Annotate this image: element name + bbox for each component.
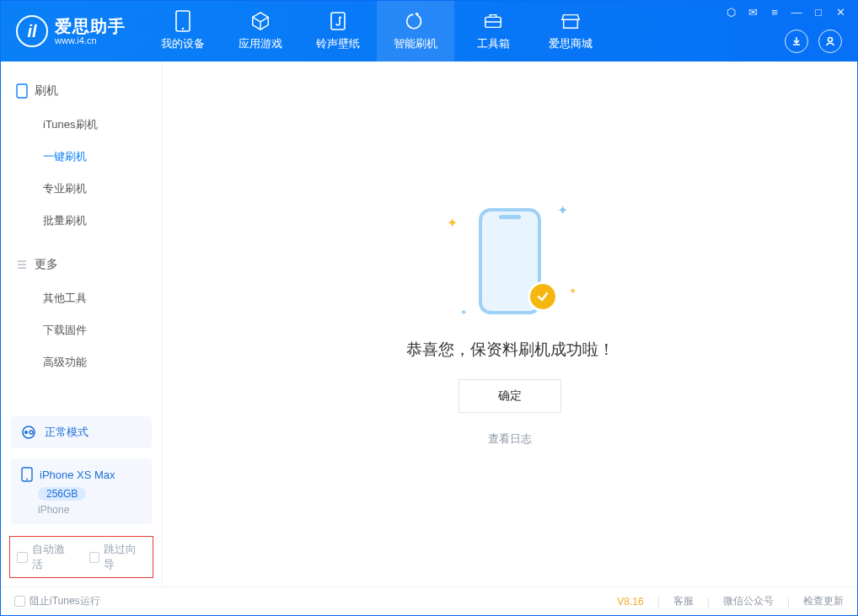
app-title: 爱思助手 [55,17,126,35]
app-window: il 爱思助手 www.i4.cn 我的设备 应用游戏 [0,0,858,616]
options-highlight: 自动激活 跳过向导 [9,536,153,578]
main-content: ✦ ✦ ✦ ✦ 恭喜您，保资料刷机成功啦！ 确定 查看日志 [163,62,857,587]
checkbox-icon [17,552,28,563]
ok-button[interactable]: 确定 [458,379,561,413]
footer-wechat-link[interactable]: 微信公众号 [723,594,774,608]
device-icon [21,467,33,482]
app-subtitle: www.i4.cn [55,35,126,46]
nav-ringtone[interactable]: 铃声壁纸 [299,1,377,62]
device-storage-badge: 256GB [38,487,86,501]
version-label: V8.16 [617,596,643,608]
sidebar-item-download-fw[interactable]: 下载固件 [1,314,162,346]
nav-my-device[interactable]: 我的设备 [144,1,222,62]
footer: 阻止iTunes运行 V8.16 | 客服 | 微信公众号 | 检查更新 [1,587,857,615]
success-message: 恭喜您，保资料刷机成功啦！ [406,339,614,361]
svg-point-11 [26,479,28,480]
window-controls: ⬡ ✉ ≡ — □ ✕ [724,6,847,19]
sparkle-icon: ✦ [460,308,467,317]
nav-store[interactable]: 爱思商城 [532,1,609,62]
sidebar-item-other-tools[interactable]: 其他工具 [1,282,162,314]
sidebar-item-oneclick-flash[interactable]: 一键刷机 [1,141,162,173]
footer-service-link[interactable]: 客服 [673,594,694,608]
minimize-button[interactable]: — [790,6,803,19]
tshirt-icon[interactable]: ⬡ [724,6,737,19]
sidebar-item-advanced[interactable]: 高级功能 [1,346,162,378]
mode-card[interactable]: 正常模式 [11,416,152,448]
checkbox-icon [89,552,100,563]
sidebar-item-itunes-flash[interactable]: iTunes刷机 [1,109,162,141]
apps-icon [250,11,271,31]
svg-rect-2 [331,13,345,29]
device-card[interactable]: iPhone XS Max 256GB iPhone [11,458,152,524]
flash-icon [405,11,426,31]
user-icon[interactable] [818,29,842,53]
sidebar: 刷机 iTunes刷机 一键刷机 专业刷机 批量刷机 更多 其他工具 下载固件 … [1,62,163,587]
nav-tabs: 我的设备 应用游戏 铃声壁纸 智能刷机 [144,1,609,62]
device-name: iPhone XS Max [40,469,115,481]
sidebar-item-pro-flash[interactable]: 专业刷机 [1,173,162,205]
body: 刷机 iTunes刷机 一键刷机 专业刷机 批量刷机 更多 其他工具 下载固件 … [1,62,857,587]
sidebar-group-flash: 刷机 [1,78,162,104]
sparkle-icon: ✦ [569,286,576,297]
device-type: iPhone [38,504,142,516]
nav-apps[interactable]: 应用游戏 [222,1,299,62]
checkbox-block-itunes[interactable]: 阻止iTunes运行 [14,594,100,608]
svg-point-5 [829,38,833,42]
toolbox-icon [483,11,503,31]
header: il 爱思助手 www.i4.cn 我的设备 应用游戏 [1,1,857,62]
checkbox-icon [14,596,25,607]
maximize-button[interactable]: □ [812,6,825,19]
check-badge-icon [528,281,558,312]
footer-update-link[interactable]: 检查更新 [803,594,844,608]
phone-icon [16,83,28,99]
device-icon [173,11,193,31]
menu-icon[interactable]: ≡ [768,6,781,19]
download-icon[interactable] [785,29,808,53]
svg-point-9 [29,431,33,434]
close-button[interactable]: ✕ [834,6,847,19]
mode-icon [21,425,36,440]
store-icon [560,11,581,31]
nav-flash[interactable]: 智能刷机 [377,1,454,62]
success-illustration: ✦ ✦ ✦ ✦ [438,202,582,320]
svg-rect-6 [17,84,27,98]
ringtone-icon [328,11,348,31]
mode-label: 正常模式 [45,425,88,440]
sidebar-group-more: 更多 [1,252,162,277]
sparkle-icon: ✦ [447,215,458,231]
checkbox-skip-wizard[interactable]: 跳过向导 [89,542,147,572]
svg-point-8 [24,431,28,434]
nav-toolbox[interactable]: 工具箱 [454,1,532,62]
view-log-link[interactable]: 查看日志 [488,431,532,447]
checkbox-auto-activate[interactable]: 自动激活 [17,542,74,572]
logo[interactable]: il 爱思助手 www.i4.cn [1,15,144,47]
feedback-icon[interactable]: ✉ [746,6,759,19]
sparkle-icon: ✦ [557,202,568,218]
list-icon [16,259,28,271]
sidebar-item-batch-flash[interactable]: 批量刷机 [1,205,162,237]
svg-point-1 [182,28,184,29]
logo-icon: il [16,15,48,47]
